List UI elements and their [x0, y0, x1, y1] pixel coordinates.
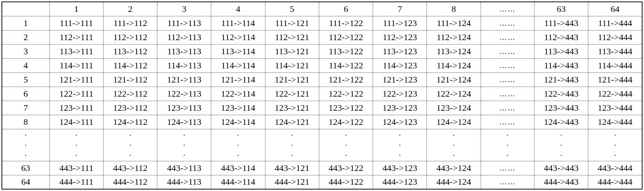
data-cell: 443->113 — [157, 161, 211, 175]
data-cell: 114->444 — [588, 58, 642, 72]
row-header: 7 — [2, 101, 49, 115]
data-cell: 111->113 — [157, 16, 211, 30]
data-cell: 113->113 — [157, 44, 211, 58]
data-cell: 113->114 — [211, 44, 265, 58]
ellipsis-cell: …… — [481, 72, 534, 87]
data-cell: 112->444 — [588, 30, 642, 44]
data-cell: 122->114 — [211, 87, 265, 101]
data-cell: 443->443 — [534, 161, 588, 175]
col-header: 63 — [534, 2, 588, 16]
row-header: 64 — [2, 175, 49, 189]
ellipsis-cell: …… — [481, 30, 534, 44]
data-cell: 123->123 — [373, 101, 427, 115]
data-cell: 443->121 — [265, 161, 319, 175]
data-cell: 123->444 — [588, 101, 642, 115]
col-header: 6 — [319, 2, 373, 16]
data-cell: 124->113 — [157, 115, 211, 129]
data-cell: 112->113 — [157, 30, 211, 44]
data-cell: 444->124 — [427, 175, 481, 189]
col-header: 2 — [103, 2, 157, 16]
row-header: 4 — [2, 58, 49, 72]
data-cell: 124->122 — [319, 115, 373, 129]
data-cell: 123->122 — [319, 101, 373, 115]
data-cell: 113->124 — [427, 44, 481, 58]
table-header-row: 1 2 3 4 5 6 7 8 …… 63 64 — [2, 2, 642, 16]
table-row: 7123->111123->112123->113123->114123->12… — [2, 101, 642, 115]
data-cell: 114->121 — [265, 58, 319, 72]
data-cell: 122->444 — [588, 87, 642, 101]
ellipsis-cell: …… — [481, 115, 534, 129]
data-cell: 121->112 — [103, 72, 157, 87]
row-header: 1 — [2, 16, 49, 30]
data-cell: 111->122 — [319, 16, 373, 30]
data-cell: 443->444 — [588, 161, 642, 175]
data-cell: 113->122 — [319, 44, 373, 58]
data-cell: 124->112 — [103, 115, 157, 129]
row-header: 63 — [2, 161, 49, 175]
row-header: 5 — [2, 72, 49, 87]
col-header: 5 — [265, 2, 319, 16]
data-cell: 114->124 — [427, 58, 481, 72]
vdots-cell: ··· — [2, 129, 49, 161]
data-cell: 443->111 — [49, 161, 103, 175]
data-cell: 444->114 — [211, 175, 265, 189]
data-cell: 444->122 — [319, 175, 373, 189]
row-header: 8 — [2, 115, 49, 129]
data-cell: 444->111 — [49, 175, 103, 189]
data-cell: 443->124 — [427, 161, 481, 175]
ellipsis-cell: …… — [481, 58, 534, 72]
table-row: 4114->111114->112114->113114->114114->12… — [2, 58, 642, 72]
data-cell: 114->111 — [49, 58, 103, 72]
data-cell: 122->121 — [265, 87, 319, 101]
col-header: 4 — [211, 2, 265, 16]
data-cell: 111->112 — [103, 16, 157, 30]
data-cell: 121->122 — [319, 72, 373, 87]
data-cell: 121->444 — [588, 72, 642, 87]
data-cell: 122->443 — [534, 87, 588, 101]
data-cell: 111->114 — [211, 16, 265, 30]
data-cell: 122->124 — [427, 87, 481, 101]
data-cell: 123->124 — [427, 101, 481, 115]
data-cell: 121->123 — [373, 72, 427, 87]
data-cell: 124->443 — [534, 115, 588, 129]
table-row: 63443->111443->112443->113443->114443->1… — [2, 161, 642, 175]
data-cell: 123->112 — [103, 101, 157, 115]
col-header: 3 — [157, 2, 211, 16]
data-cell: 113->444 — [588, 44, 642, 58]
data-cell: 443->114 — [211, 161, 265, 175]
ellipsis-cell: …… — [481, 44, 534, 58]
data-cell: 122->112 — [103, 87, 157, 101]
vdots-cell: ··· — [265, 129, 319, 161]
data-cell: 111->444 — [588, 16, 642, 30]
data-cell: 443->122 — [319, 161, 373, 175]
data-cell: 112->114 — [211, 30, 265, 44]
row-header: 2 — [2, 30, 49, 44]
data-cell: 444->443 — [534, 175, 588, 189]
data-cell: 123->111 — [49, 101, 103, 115]
data-cell: 113->112 — [103, 44, 157, 58]
vdots-cell: ··· — [319, 129, 373, 161]
vdots-cell: ··· — [373, 129, 427, 161]
data-cell: 124->114 — [211, 115, 265, 129]
data-cell: 444->123 — [373, 175, 427, 189]
ellipsis-cell: …… — [481, 87, 534, 101]
row-header: 3 — [2, 44, 49, 58]
col-header: 8 — [427, 2, 481, 16]
ellipsis-cell: …… — [481, 175, 534, 189]
vdots-cell: ··· — [427, 129, 481, 161]
data-cell: 122->111 — [49, 87, 103, 101]
vdots-cell: ··· — [534, 129, 588, 161]
table-row: 2112->111112->112112->113112->114112->12… — [2, 30, 642, 44]
data-cell: 123->114 — [211, 101, 265, 115]
data-cell: 112->123 — [373, 30, 427, 44]
data-cell: 113->123 — [373, 44, 427, 58]
data-cell: 114->443 — [534, 58, 588, 72]
vdots-cell: ··· — [481, 129, 534, 161]
data-cell: 112->111 — [49, 30, 103, 44]
data-cell: 122->113 — [157, 87, 211, 101]
data-cell: 124->124 — [427, 115, 481, 129]
data-cell: 113->443 — [534, 44, 588, 58]
data-cell: 443->112 — [103, 161, 157, 175]
data-cell: 444->112 — [103, 175, 157, 189]
vdots-cell: ··· — [103, 129, 157, 161]
